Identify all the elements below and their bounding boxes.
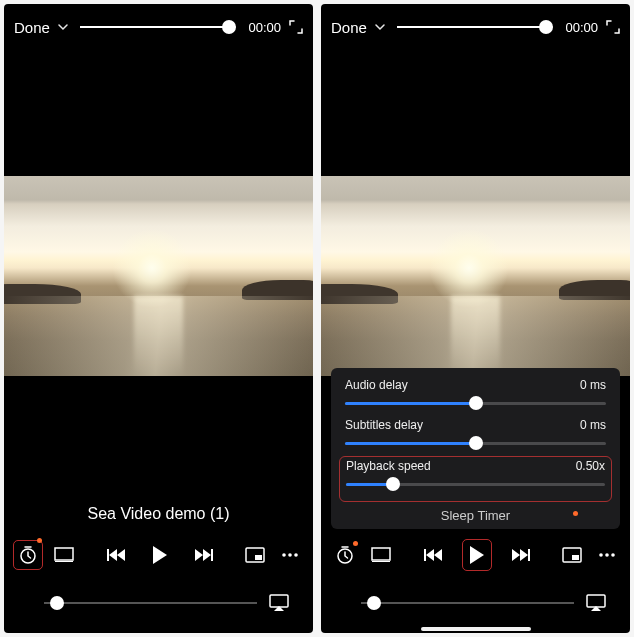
audio-delay-value: 0 ms [580, 378, 606, 392]
subtitles-delay-value: 0 ms [580, 418, 606, 432]
playback-settings-panel: Audio delay 0 ms Subtitles delay 0 ms Pl… [331, 368, 620, 529]
airplay-button[interactable] [269, 594, 289, 612]
bottom-bar [321, 583, 630, 623]
fullscreen-icon[interactable] [289, 20, 303, 34]
top-bar: Done 00:00 [4, 4, 313, 46]
aspect-ratio-button[interactable] [54, 547, 74, 563]
chevron-down-icon[interactable] [375, 24, 385, 31]
sleep-timer-indicator-dot [573, 511, 578, 516]
player-screen-right: Done 00:00 Audio delay 0 ms Subtitle [321, 4, 630, 633]
svg-point-9 [294, 553, 298, 557]
player-screen-left: Done 00:00 Sea Video demo (1) [4, 4, 313, 633]
svg-rect-12 [372, 548, 390, 560]
volume-slider[interactable] [361, 593, 574, 613]
playback-speed-label: Playback speed [346, 459, 431, 473]
svg-rect-4 [211, 549, 213, 561]
indicator-dot [353, 541, 358, 546]
svg-point-20 [611, 553, 615, 557]
scrub-slider[interactable] [80, 17, 237, 37]
svg-rect-10 [270, 595, 288, 607]
playback-speed-slider[interactable] [346, 475, 605, 493]
sleep-timer-label: Sleep Timer [441, 508, 510, 523]
play-button[interactable] [468, 545, 486, 565]
top-bar: Done 00:00 [321, 4, 630, 46]
svg-point-18 [599, 553, 603, 557]
svg-rect-17 [572, 555, 579, 560]
fullscreen-icon[interactable] [606, 20, 620, 34]
audio-delay-label: Audio delay [345, 378, 408, 392]
picture-in-picture-button[interactable] [562, 547, 582, 563]
sleep-timer-row[interactable]: Sleep Timer [345, 506, 606, 523]
video-frame[interactable] [4, 176, 313, 376]
time-label: 00:00 [565, 20, 598, 35]
previous-button[interactable] [107, 547, 129, 563]
svg-point-7 [282, 553, 286, 557]
svg-rect-2 [55, 561, 73, 562]
video-title: Sea Video demo (1) [4, 505, 313, 523]
svg-rect-15 [528, 549, 530, 561]
subtitles-delay-label: Subtitles delay [345, 418, 423, 432]
svg-point-0 [21, 549, 35, 563]
subtitles-delay-slider[interactable] [345, 434, 606, 452]
aspect-ratio-button[interactable] [371, 547, 391, 563]
time-label: 00:00 [248, 20, 281, 35]
svg-rect-1 [55, 548, 73, 560]
svg-rect-14 [424, 549, 426, 561]
home-indicator [421, 627, 531, 631]
svg-rect-3 [107, 549, 109, 561]
controls-bar [4, 533, 313, 577]
sleep-timer-button[interactable] [18, 545, 38, 565]
svg-rect-6 [255, 555, 262, 560]
bottom-bar [4, 583, 313, 623]
chevron-down-icon[interactable] [58, 24, 68, 31]
volume-slider[interactable] [44, 593, 257, 613]
more-button[interactable] [598, 552, 616, 558]
done-button[interactable]: Done [14, 19, 50, 36]
done-button[interactable]: Done [331, 19, 367, 36]
playback-speed-highlight: Playback speed 0.50x [339, 456, 612, 502]
airplay-button[interactable] [586, 594, 606, 612]
next-button[interactable] [508, 547, 530, 563]
controls-bar [321, 533, 630, 577]
sleep-timer-button[interactable] [335, 545, 355, 565]
svg-point-19 [605, 553, 609, 557]
video-frame[interactable] [321, 176, 630, 376]
picture-in-picture-button[interactable] [245, 547, 265, 563]
svg-point-8 [288, 553, 292, 557]
play-button[interactable] [151, 545, 169, 565]
svg-rect-21 [587, 595, 605, 607]
audio-delay-slider[interactable] [345, 394, 606, 412]
previous-button[interactable] [424, 547, 446, 563]
scrub-slider[interactable] [397, 17, 554, 37]
next-button[interactable] [191, 547, 213, 563]
svg-rect-13 [372, 561, 390, 562]
more-button[interactable] [281, 552, 299, 558]
playback-speed-value: 0.50x [576, 459, 605, 473]
